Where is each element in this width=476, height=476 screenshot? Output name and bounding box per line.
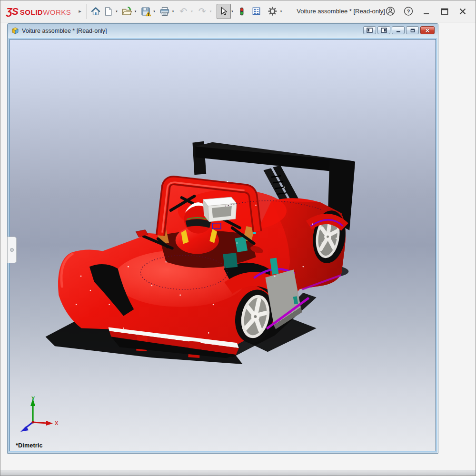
triad-y-label: Y xyxy=(31,396,35,401)
document-minimize-button[interactable] xyxy=(392,26,405,34)
new-document-icon xyxy=(103,6,113,17)
tab-dot xyxy=(10,248,14,252)
top-toolbar: ƷS SOLID WORKS ▸ ▾ xyxy=(0,0,476,22)
solidworks-window: ƷS SOLID WORKS ▸ ▾ xyxy=(0,0,476,476)
home-icon xyxy=(90,6,101,17)
traffic-light-icon xyxy=(237,6,247,17)
document-close-icon xyxy=(425,28,430,33)
maximize-icon xyxy=(440,7,449,16)
redo-icon: ↷ xyxy=(198,7,206,16)
intake-box xyxy=(203,197,237,222)
traffic-light-button[interactable] xyxy=(237,4,248,19)
undo-dropdown[interactable]: ▾ xyxy=(190,10,195,13)
print-dropdown[interactable]: ▾ xyxy=(172,10,177,13)
select-cursor-icon xyxy=(219,6,228,16)
settings-dropdown[interactable]: ▾ xyxy=(280,10,285,13)
document-minimize-icon xyxy=(396,28,401,33)
menu-flyout-arrow[interactable]: ▸ xyxy=(76,6,84,16)
save-button[interactable] xyxy=(139,4,153,19)
undo-icon: ↶ xyxy=(179,7,187,16)
maximize-button[interactable] xyxy=(439,6,450,17)
redo-button[interactable]: ↷ xyxy=(195,4,209,19)
close-button[interactable] xyxy=(457,6,468,17)
document-titlebar[interactable]: Voiture assomblee * [Read-only] xyxy=(8,24,438,38)
app-title: Voiture assomblee * [Read-only] xyxy=(297,8,385,15)
solidworks-logo: ƷS SOLID WORKS xyxy=(6,6,71,17)
open-folder-icon xyxy=(121,6,132,17)
print-button[interactable] xyxy=(158,4,172,19)
select-tool-button[interactable] xyxy=(217,4,231,19)
car-model[interactable] xyxy=(10,40,436,451)
pane-left-toggle-button[interactable] xyxy=(363,26,376,34)
view-orientation-label: *Dimetric xyxy=(16,442,43,449)
brand-name-light: WORKS xyxy=(43,8,71,16)
svg-text:?: ? xyxy=(407,9,410,14)
open-button[interactable] xyxy=(120,4,134,19)
account-button[interactable] xyxy=(385,6,396,17)
close-icon xyxy=(458,7,467,16)
brand-name-bold: SOLID xyxy=(20,8,43,16)
pane-right-icon xyxy=(381,28,387,33)
new-document-dropdown[interactable]: ▾ xyxy=(115,10,120,13)
pane-right-toggle-button[interactable] xyxy=(377,26,390,34)
properties-list-icon xyxy=(251,6,261,16)
brand-glyph: ƷS xyxy=(6,6,18,17)
save-icon xyxy=(140,6,151,17)
toolbar-separator xyxy=(86,4,87,19)
document-close-button[interactable] xyxy=(420,26,435,34)
pane-left-icon xyxy=(367,28,373,33)
document-restore-button[interactable] xyxy=(406,26,419,34)
settings-button[interactable] xyxy=(266,4,280,19)
print-icon xyxy=(159,6,170,17)
gear-icon xyxy=(268,6,278,16)
properties-list-button[interactable] xyxy=(251,4,262,19)
document-title: Voiture assomblee * [Read-only] xyxy=(22,28,107,34)
open-dropdown[interactable]: ▾ xyxy=(134,10,139,13)
help-button[interactable]: ? xyxy=(403,6,414,17)
home-button[interactable] xyxy=(90,4,101,19)
new-document-button[interactable] xyxy=(101,4,115,19)
account-icon xyxy=(385,6,396,17)
redo-dropdown[interactable]: ▾ xyxy=(209,10,214,13)
select-tool-dropdown[interactable]: ▾ xyxy=(231,10,236,13)
help-icon: ? xyxy=(403,6,414,17)
3d-viewport[interactable]: Y X *Dimetric xyxy=(10,39,436,451)
undo-button[interactable]: ↶ xyxy=(176,4,190,19)
save-dropdown[interactable]: ▾ xyxy=(153,10,158,13)
triad-x-label: X xyxy=(55,420,59,426)
feature-manager-collapsed-tab[interactable] xyxy=(7,237,17,263)
assembly-icon xyxy=(11,27,19,35)
document-window: Voiture assomblee * [Read-only] xyxy=(7,23,438,454)
minimize-button[interactable] xyxy=(421,6,432,17)
window-bottom-edge xyxy=(0,470,476,476)
document-body: Y X *Dimetric xyxy=(9,38,437,452)
minimize-icon xyxy=(422,7,431,16)
document-restore-icon xyxy=(410,28,416,33)
orientation-triad: Y X xyxy=(15,395,62,440)
